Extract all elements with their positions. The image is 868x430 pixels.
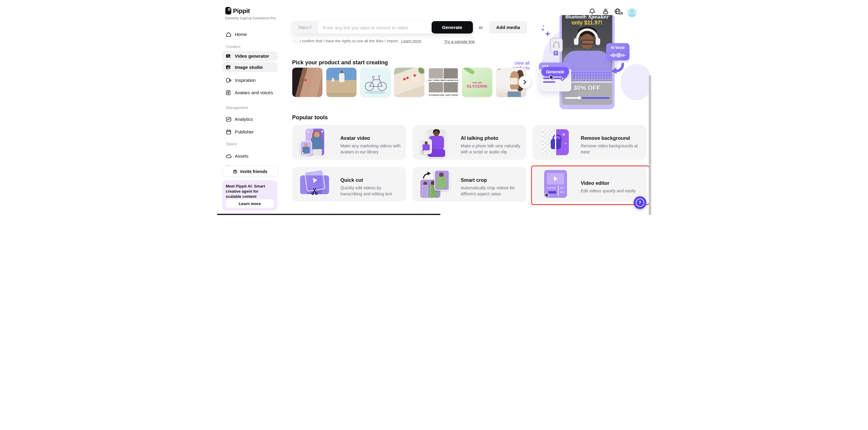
- tool-card-ai-talking-photo[interactable]: AI talking photo Make a photo talk very …: [412, 125, 526, 160]
- notifications-bell-icon[interactable]: [589, 8, 596, 15]
- sparkle-icon-small: [541, 28, 545, 31]
- tool-desc: Remove video backgrounds at ease: [581, 143, 643, 155]
- tool-card-video-editor[interactable]: Video editor Edit videos quickly and eas…: [533, 167, 646, 202]
- protocol-prefix: https://: [292, 21, 318, 33]
- window-edge-strip: [217, 214, 440, 215]
- cursor-pointer-icon: [549, 75, 555, 81]
- sidebar-item-assets[interactable]: Assets: [222, 151, 277, 161]
- sidebar-item-publisher[interactable]: Publisher: [222, 127, 277, 137]
- chevron-right-icon: [523, 80, 527, 84]
- video-editor-illustration: [540, 170, 574, 199]
- remove-background-illustration: [540, 128, 574, 157]
- banner-generate-button: Generate: [541, 67, 569, 77]
- tool-title: Quick cut: [341, 177, 363, 183]
- assets-icon: [226, 153, 231, 159]
- sidebar-item-avatars-voices[interactable]: Avatars and voices: [222, 88, 277, 97]
- pippit-logo-icon: [225, 7, 231, 15]
- sparkle-dot: [543, 25, 544, 27]
- consent-row: ✓ I confirm that I have the rights to us…: [293, 39, 421, 43]
- consent-learn-more-link[interactable]: Learn more: [401, 39, 421, 43]
- headphone-cup-left: [574, 38, 579, 45]
- consent-text: I confirm that I have the rights to use …: [300, 39, 399, 43]
- sidebar-item-analytics[interactable]: Analytics: [222, 114, 277, 124]
- sidebar-item-label: Video generator: [235, 53, 269, 59]
- sidebar-item-image-studio[interactable]: Image studio: [222, 62, 277, 72]
- model-glasses: [581, 40, 594, 45]
- ai-talking-photo-illustration: [421, 128, 454, 157]
- user-avatar[interactable]: [627, 8, 637, 17]
- tool-desc: Quickly edit videos by transcribing and …: [341, 185, 402, 197]
- sidebar-item-label: Publisher: [235, 129, 254, 134]
- product-thumbnail-steel-tumbler[interactable]: EASY TO OPEN, SMOOTH AND NICE QUALITY 30…: [428, 68, 459, 97]
- question-mark-icon: ?: [636, 198, 644, 207]
- app-logo[interactable]: Pippit: [225, 7, 250, 15]
- tool-desc: Make a photo talk very naturally with a …: [461, 143, 523, 155]
- bicycle-illustration: [361, 68, 391, 97]
- share-arrow-icon: [422, 171, 431, 179]
- sidebar: Pippit Formerly CapCut Commerce Pro Home…: [217, 0, 283, 215]
- sidebar-item-home[interactable]: Home: [222, 29, 277, 39]
- product-thumbnail-cherry-earring[interactable]: [292, 68, 322, 97]
- banner-price: only $11.97!: [562, 20, 612, 26]
- products-heading: Pick your product and start creating: [292, 59, 388, 66]
- section-label-space: Space: [226, 142, 237, 146]
- glycerin-caption-top: made with: [462, 82, 492, 84]
- grab-cursor-icon: [301, 151, 305, 155]
- avatars-icon: [226, 90, 231, 96]
- promo-learn-more-button[interactable]: Learn more: [226, 199, 274, 208]
- tool-desc: Make any marketing videos with avatars i…: [341, 143, 402, 155]
- thumbnails-next-button[interactable]: [519, 76, 531, 88]
- add-product-badge: +: [553, 50, 559, 56]
- sidebar-item-video-generator[interactable]: Video generator: [222, 51, 277, 61]
- link-input[interactable]: [322, 21, 429, 34]
- product-thumbnail-dessert-mugs[interactable]: [394, 68, 424, 97]
- sidebar-item-label: Image studio: [235, 65, 263, 70]
- tool-title: Avatar video: [341, 135, 370, 141]
- add-media-button[interactable]: Add media: [489, 21, 527, 33]
- publisher-icon: [226, 129, 231, 135]
- tool-card-remove-background[interactable]: Remove background Remove video backgroun…: [533, 125, 646, 160]
- invite-friends-button[interactable]: Invite friends: [222, 166, 278, 177]
- consent-checkbox[interactable]: ✓: [293, 39, 298, 43]
- sidebar-item-label: Home: [235, 32, 247, 37]
- section-label-creation: Creation: [226, 45, 240, 49]
- tool-title: Remove background: [581, 135, 630, 141]
- language-label: EN: [618, 11, 623, 15]
- grab-cursor-icon: [421, 150, 425, 154]
- sidebar-item-label: Inspiration: [235, 78, 256, 83]
- banner-headline: Bluetooth Speaker: [562, 15, 612, 20]
- tool-card-smart-crop[interactable]: Smart crop Automatically crop videos for…: [412, 167, 526, 202]
- image-studio-icon: [226, 64, 231, 70]
- help-button[interactable]: ?: [634, 196, 646, 209]
- headphone-cup-right: [596, 38, 600, 45]
- tool-title: Smart crop: [461, 177, 487, 183]
- video-generator-icon: [226, 53, 231, 59]
- sidebar-item-label: Analytics: [235, 117, 253, 122]
- tumbler-caption-top: EASY TO OPEN, SMOOTH AND NICE QUALITY: [428, 79, 459, 82]
- smart-crop-illustration: [421, 170, 454, 199]
- sidebar-item-label: Avatars and voices: [235, 90, 273, 95]
- pippit-ai-promo-card: Meet Pippit AI: Smart creative agent for…: [222, 180, 277, 210]
- sample-link[interactable]: Try a sample link: [444, 39, 475, 44]
- curved-arrow-icon: [610, 63, 624, 75]
- progress-knob[interactable]: [578, 96, 581, 99]
- ai-voice-label: AI Vocie: [606, 46, 629, 50]
- invite-friends-label: Invite friends: [240, 169, 267, 174]
- generate-button[interactable]: Generate: [432, 21, 473, 33]
- product-thumbnail-glycerin[interactable]: made with GLYCERIN: [462, 68, 492, 97]
- quick-cut-illustration: [300, 170, 333, 199]
- banner-ad-video: Bluetooth Speaker only $11.97! 30% OFF: [562, 15, 612, 105]
- product-thumbnail-beach-video[interactable]: [326, 68, 356, 97]
- tool-card-quick-cut[interactable]: Quick cut Quickly edit videos by transcr…: [292, 167, 406, 202]
- product-thumbnail-bicycle[interactable]: [361, 68, 391, 97]
- headphones-icon: [551, 39, 562, 50]
- tool-card-avatar-video[interactable]: Avatar video Make any marketing videos w…: [292, 125, 406, 160]
- link-import-bar: https:// Generate: [292, 21, 473, 33]
- scissors-icon: [311, 188, 318, 195]
- orders-stack-icon[interactable]: [602, 8, 609, 15]
- model-caption-fragment: sses: [497, 68, 501, 70]
- sidebar-item-inspiration[interactable]: Inspiration: [222, 75, 277, 85]
- sidebar-item-label: Assets: [235, 153, 249, 159]
- or-separator: or: [476, 21, 487, 33]
- page-scrollbar[interactable]: [649, 76, 651, 215]
